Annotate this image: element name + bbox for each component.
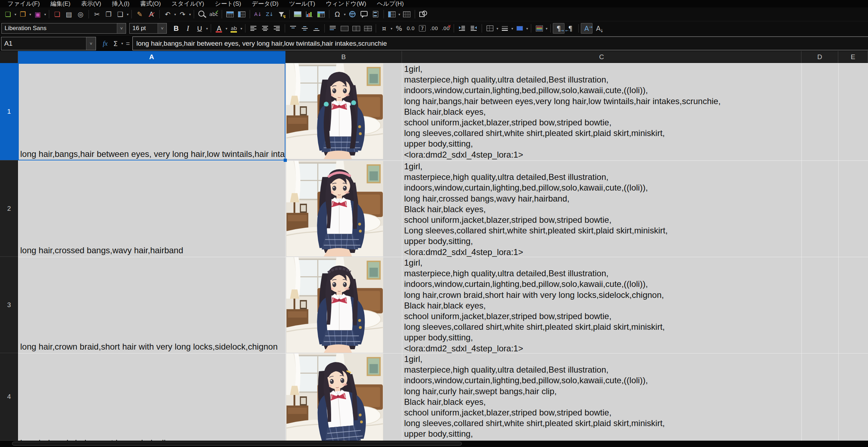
align-left-button[interactable] bbox=[248, 23, 259, 34]
format-as-date-button[interactable]: 7 bbox=[416, 23, 428, 34]
align-bottom-button[interactable] bbox=[311, 23, 322, 34]
direction-top-to-bottom-button[interactable]: A bbox=[592, 23, 604, 34]
center-vertically-button[interactable] bbox=[299, 23, 311, 34]
select-all-corner[interactable] bbox=[0, 51, 18, 63]
border-style-button[interactable] bbox=[499, 23, 511, 34]
row-header-1[interactable]: 1 bbox=[0, 63, 18, 160]
copy-button[interactable]: ❐ bbox=[103, 9, 114, 19]
align-right-button[interactable] bbox=[271, 23, 283, 34]
insert-hyperlink-button[interactable] bbox=[346, 9, 358, 19]
menu-item-2[interactable]: 表示(V) bbox=[76, 0, 107, 7]
cell-c3-text[interactable]: 1girl, masterpiece,high quality,ultra de… bbox=[404, 258, 665, 354]
open-button[interactable]: ❒ bbox=[17, 9, 29, 19]
menu-item-0[interactable]: ファイル(F) bbox=[2, 0, 45, 7]
horizontal-scrollbar[interactable] bbox=[12, 442, 462, 446]
chevron-down-icon[interactable]: ˅ bbox=[117, 23, 126, 33]
decrease-indent-button[interactable] bbox=[468, 23, 480, 34]
font-color-dropdown-caret[interactable]: ▾ bbox=[225, 27, 228, 30]
add-decimal-place-button[interactable]: .00 bbox=[428, 23, 440, 34]
unmerge-cells-button[interactable] bbox=[362, 23, 374, 34]
menu-item-4[interactable]: 書式(O) bbox=[135, 0, 166, 7]
cell-image-b3[interactable] bbox=[286, 257, 383, 353]
column-header-a[interactable]: A bbox=[18, 51, 285, 63]
merge-cells-button[interactable] bbox=[350, 23, 362, 34]
underline-button[interactable]: U bbox=[194, 23, 205, 34]
column-header-b[interactable]: B bbox=[285, 51, 402, 63]
split-window-button[interactable] bbox=[401, 9, 413, 19]
cell-c2-text[interactable]: 1girl, masterpiece,high quality,ultra de… bbox=[404, 161, 668, 258]
cell-image-b1[interactable] bbox=[286, 63, 383, 159]
wrap-text-button[interactable] bbox=[327, 23, 339, 34]
align-top-button[interactable] bbox=[287, 23, 299, 34]
clear-formatting-button[interactable]: A bbox=[146, 9, 157, 19]
insert-special-character-button[interactable]: Ω bbox=[331, 9, 343, 19]
insert-special-character-dropdown-caret[interactable]: ▾ bbox=[343, 12, 346, 16]
clone-formatting-button[interactable]: ✎ bbox=[134, 9, 146, 19]
selection-fill-handle[interactable] bbox=[284, 159, 287, 162]
text-direction-left-to-right-button[interactable]: ¶ bbox=[553, 23, 565, 34]
cell-c1-text[interactable]: 1girl, masterpiece,high quality,ultra de… bbox=[404, 64, 721, 160]
chevron-down-icon[interactable]: ▾ bbox=[120, 35, 125, 51]
menu-item-7[interactable]: データ(D) bbox=[246, 0, 284, 7]
sheet-grid[interactable]: long hair,bangs,hair between eyes, very … bbox=[18, 63, 868, 441]
menu-item-8[interactable]: ツール(T) bbox=[284, 0, 320, 7]
row-header-2[interactable]: 2 bbox=[0, 160, 18, 257]
autofilter-button[interactable] bbox=[276, 9, 287, 19]
undo-dropdown-caret[interactable]: ▾ bbox=[174, 12, 177, 16]
insert-comment-button[interactable] bbox=[358, 9, 370, 19]
headers-and-footers-button[interactable] bbox=[370, 9, 381, 19]
freeze-rows-and-columns-button[interactable] bbox=[386, 9, 398, 19]
cut-button[interactable]: ✂ bbox=[91, 9, 103, 19]
save-button[interactable]: ▣ bbox=[32, 9, 44, 19]
bold-button[interactable]: B bbox=[170, 23, 182, 34]
column-header-e[interactable]: E bbox=[838, 51, 868, 63]
text-direction-right-to-left-button[interactable]: ¶ bbox=[565, 23, 576, 34]
freeze-rows-and-columns-dropdown-caret[interactable]: ▾ bbox=[398, 12, 401, 16]
formula-input[interactable]: long hair,bangs,hair between eyes, very … bbox=[132, 36, 868, 50]
insert-image-button[interactable] bbox=[292, 9, 303, 19]
paste-dropdown-caret[interactable]: ▾ bbox=[126, 12, 129, 16]
merge-and-center-cells-button[interactable] bbox=[339, 23, 350, 34]
new-document-dropdown-caret[interactable]: ▾ bbox=[14, 12, 17, 16]
border-style-dropdown-caret[interactable]: ▾ bbox=[511, 27, 514, 30]
column-header-d[interactable]: D bbox=[801, 51, 838, 63]
undo-button[interactable]: ↶ bbox=[162, 9, 174, 19]
font-name-combo[interactable]: Liberation Sans ˅ bbox=[1, 23, 126, 34]
function-wizard-icon[interactable]: fx bbox=[100, 35, 110, 51]
paste-button[interactable]: ❑ bbox=[114, 9, 126, 19]
cell-a4-text[interactable]: long hair,curly hair,swept bangs,hair cl… bbox=[20, 437, 285, 441]
cell-a2-text[interactable]: long hair,crossed bangs,wavy hair,hairba… bbox=[20, 245, 285, 256]
font-color-button[interactable]: A bbox=[213, 23, 225, 34]
row-header-3[interactable]: 3 bbox=[0, 257, 18, 353]
format-as-currency-dropdown-caret[interactable]: ▾ bbox=[390, 27, 393, 30]
print-button[interactable]: ▤ bbox=[63, 9, 75, 19]
borders-button[interactable] bbox=[484, 23, 496, 34]
row-header-4[interactable]: 4 bbox=[0, 353, 18, 441]
column-header-c[interactable]: C bbox=[402, 51, 801, 63]
border-color-button[interactable] bbox=[514, 23, 526, 34]
redo-button[interactable]: ↷ bbox=[177, 9, 188, 19]
spelling-button[interactable]: abc bbox=[208, 9, 220, 19]
menu-item-10[interactable]: ヘルプ(H) bbox=[371, 0, 409, 7]
format-as-percent-button[interactable]: % bbox=[393, 23, 405, 34]
find-and-replace-button[interactable] bbox=[196, 9, 208, 19]
increase-indent-button[interactable] bbox=[456, 23, 468, 34]
new-document-button[interactable]: ❏ bbox=[2, 9, 14, 19]
redo-dropdown-caret[interactable]: ▾ bbox=[188, 12, 192, 16]
cell-c4-text[interactable]: 1girl, masterpiece,high quality,ultra de… bbox=[404, 354, 665, 441]
menu-item-1[interactable]: 編集(E) bbox=[45, 0, 76, 7]
menu-item-6[interactable]: シート(S) bbox=[210, 0, 246, 7]
cell-image-b2[interactable] bbox=[286, 161, 383, 256]
chevron-down-icon[interactable]: ˅ bbox=[158, 23, 166, 33]
cell-a1-text[interactable]: long hair,bangs,hair between eyes, very … bbox=[20, 148, 285, 159]
align-center-button[interactable] bbox=[259, 23, 271, 34]
underline-dropdown-caret[interactable]: ▾ bbox=[205, 27, 209, 30]
italic-button[interactable]: I bbox=[182, 23, 194, 34]
conditional-formatting-button[interactable] bbox=[533, 23, 545, 34]
open-dropdown-caret[interactable]: ▾ bbox=[29, 12, 32, 16]
show-draw-functions-button[interactable] bbox=[417, 9, 429, 19]
cell-image-b4[interactable] bbox=[286, 353, 383, 441]
sum-icon[interactable]: Σ bbox=[111, 35, 120, 51]
format-as-number-button[interactable]: 0.0 bbox=[405, 23, 416, 34]
highlighting-color-button[interactable]: ab bbox=[228, 23, 240, 34]
